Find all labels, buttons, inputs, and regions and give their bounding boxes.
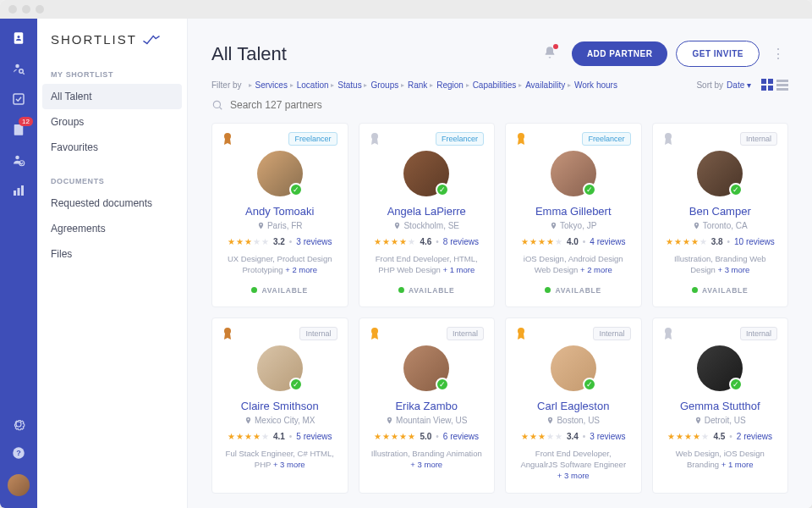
rating: ★★★★★ 4.0 • 4 reviews [521,237,626,246]
talent-name[interactable]: Andy Tomoaki [245,205,314,218]
view-list-icon[interactable] [776,79,788,91]
reviews-link[interactable]: 5 reviews [296,432,332,441]
filter-capabilities[interactable]: Capabilities [466,80,517,90]
traffic-max[interactable] [36,5,44,14]
svg-text:?: ? [16,449,21,457]
pin-icon [693,222,700,229]
notification-dot [553,44,558,49]
rail-people-search-icon[interactable] [11,61,26,76]
talent-card[interactable]: Freelancer ✓ Angela LaPierre Stockholm, … [359,123,496,307]
verified-icon: ✓ [583,378,596,391]
reviews-link[interactable]: 6 reviews [443,432,479,441]
rail-user-avatar[interactable] [8,474,30,496]
traffic-min[interactable] [22,5,30,14]
logo-text: SHORTLIST [51,32,137,47]
sidebar-item-all-talent[interactable]: All Talent [42,84,182,109]
sidebar-item-groups[interactable]: Groups [37,109,187,135]
view-grid-icon[interactable] [761,79,773,91]
filter-region[interactable]: Region [430,80,464,90]
filter-availability[interactable]: Availability [518,80,565,90]
stars: ★★★★★ [521,432,562,441]
svg-point-27 [224,328,231,334]
traffic-close[interactable] [8,5,17,14]
talent-name[interactable]: Emma Gillebert [535,205,612,218]
availability-label: AVAILABLE [692,286,749,295]
sidebar-item-agreements[interactable]: Agreements [37,216,187,241]
svg-point-21 [213,101,220,108]
nav-rail: 12 ? [0,19,37,508]
more-skills-link[interactable]: + 3 more [273,460,305,469]
notifications-icon[interactable] [543,46,557,63]
filter-location[interactable]: Location [290,80,329,90]
sort-value[interactable]: Date ▾ [727,80,751,90]
rail-tasks-icon[interactable] [11,91,26,107]
talent-name[interactable]: Erika Zambo [395,400,458,412]
availability-label: AVAILABLE [251,286,308,295]
talent-card[interactable]: Internal ✓ Ben Camper Toronto, CA ★★★★★ … [652,123,789,307]
stars: ★★★★★ [228,432,269,441]
more-skills-link[interactable]: + 3 more [410,460,442,469]
talent-location: Paris, FR [257,221,303,230]
rail-help-icon[interactable]: ? [11,445,26,461]
avatar: ✓ [403,151,449,196]
sidebar-item-favourites[interactable]: Favourites [37,135,187,160]
talent-card[interactable]: Freelancer ✓ Andy Tomoaki Paris, FR ★★★★… [211,123,348,307]
rail-analytics-icon[interactable] [11,183,26,198]
talent-name[interactable]: Carl Eagleston [537,400,609,412]
rating: ★★★★★ 4.6 • 8 reviews [374,237,479,246]
rating-score: 4.5 [713,432,725,441]
talent-name[interactable]: Gemma Stutthof [680,400,760,412]
svg-point-7 [15,156,19,160]
sidebar-item-requested-documents[interactable]: Requested documents [37,190,187,216]
search-row[interactable] [188,99,812,123]
filter-services[interactable]: Services [249,80,288,90]
svg-point-3 [19,69,24,74]
reviews-link[interactable]: 10 reviews [734,237,775,246]
talent-name[interactable]: Ben Camper [689,205,751,218]
sidebar-item-files[interactable]: Files [37,241,187,267]
available-dot-icon [398,287,404,293]
reviews-link[interactable]: 3 reviews [590,432,625,441]
medal-icon [370,132,380,146]
reviews-link[interactable]: 8 reviews [443,237,479,246]
reviews-link[interactable]: 2 reviews [737,432,772,441]
talent-card[interactable]: Internal ✓ Erika Zambo Mountain View, US… [359,318,496,494]
skills: Web Design, iOS Design Branding + 1 more [663,448,778,471]
sidebar-section-documents: DOCUMENTS [37,172,187,190]
rail-contacts-icon[interactable] [11,30,26,46]
medal-icon [516,327,526,340]
reviews-link[interactable]: 3 reviews [296,237,332,246]
header-more-icon[interactable]: ⋮ [768,46,788,62]
more-skills-link[interactable]: + 1 more [442,265,475,274]
more-skills-link[interactable]: + 3 more [717,265,749,274]
add-partner-button[interactable]: ADD PARTNER [572,41,668,66]
rating-score: 4.1 [273,432,285,441]
talent-location: Stockholm, SE [393,221,459,230]
talent-card[interactable]: Internal ✓ Gemma Stutthof Detroit, US ★★… [652,318,789,494]
talent-card[interactable]: Freelancer ✓ Emma Gillebert Tokyo, JP ★★… [505,123,642,307]
get-invite-button[interactable]: GET INVITE [676,41,760,67]
more-skills-link[interactable]: + 2 more [285,265,317,274]
verified-icon: ✓ [289,378,303,391]
rail-billing-icon[interactable]: 12 [11,122,26,137]
filter-work-hours[interactable]: Work hours [568,80,617,90]
pin-icon [550,222,557,229]
rail-settings-icon[interactable] [11,417,26,432]
talent-name[interactable]: Claire Smithson [241,400,319,412]
filter-label: Filter by [211,80,242,90]
filter-groups[interactable]: Groups [364,80,398,90]
search-input[interactable] [230,99,484,111]
talent-name[interactable]: Angela LaPierre [387,205,466,218]
rail-approve-icon[interactable] [11,152,26,168]
filter-status[interactable]: Status [331,80,361,90]
skills: Illustration, Branding Animation + 3 mor… [370,448,485,471]
more-skills-link[interactable]: + 3 more [557,471,590,480]
talent-card[interactable]: Internal ✓ Carl Eagleston Boston, US ★★★… [505,318,642,494]
svg-line-4 [23,73,25,75]
filter-rank[interactable]: Rank [401,80,427,90]
more-skills-link[interactable]: + 2 more [580,265,612,274]
pin-icon [386,417,393,424]
reviews-link[interactable]: 4 reviews [590,237,625,246]
more-skills-link[interactable]: + 1 more [721,460,754,469]
talent-card[interactable]: Internal ✓ Claire Smithson Mexico City, … [211,318,348,494]
